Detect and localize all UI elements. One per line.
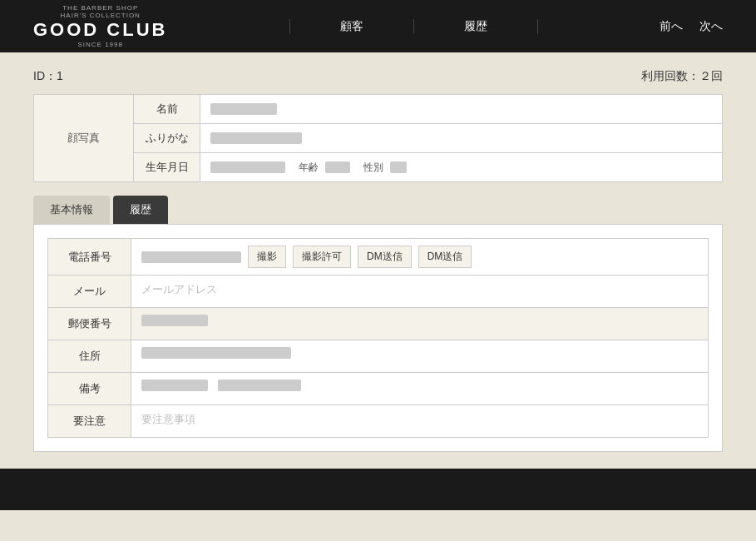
- tab-basic-info[interactable]: 基本情報: [33, 196, 110, 224]
- birthday-row: 生年月日 年齢 性別: [134, 153, 722, 181]
- nav-history[interactable]: 履歴: [414, 19, 538, 34]
- warning-value: 要注意事項: [131, 405, 709, 438]
- memo-label: 備考: [48, 373, 131, 405]
- main-content: ID：1 利用回数：２回 顔写真 名前 ふりがな: [0, 52, 756, 469]
- phone-row-inner: 撮影 撮影許可 DM送信 DM送信: [141, 246, 698, 268]
- nav-customer[interactable]: 顧客: [289, 19, 414, 34]
- footer: [0, 469, 756, 510]
- tabs-row: 基本情報 履歴: [33, 196, 723, 224]
- birthday-blurred: [210, 161, 285, 173]
- name-value: [200, 95, 722, 123]
- phone-blurred: [141, 251, 241, 263]
- warning-label: 要注意: [48, 405, 131, 438]
- customer-id: ID：1: [33, 69, 63, 84]
- furigana-row: ふりがな: [134, 124, 722, 153]
- warning-placeholder: 要注意事項: [141, 413, 195, 425]
- age-label: 年齢: [299, 161, 319, 175]
- tab-history[interactable]: 履歴: [113, 196, 168, 224]
- age-field: 年齢: [299, 161, 350, 175]
- postal-value: [131, 308, 709, 340]
- name-blurred: [210, 103, 277, 115]
- postal-row: 郵便番号: [48, 308, 709, 340]
- birthday-label: 生年月日: [134, 153, 200, 181]
- logo-tagline: THE BARBER SHOP: [62, 4, 138, 12]
- gender-label: 性別: [363, 161, 383, 175]
- warning-row: 要注意 要注意事項: [48, 405, 709, 438]
- furigana-blurred: [210, 132, 302, 144]
- mail-label: メール: [48, 275, 131, 308]
- dm-send-button-2[interactable]: DM送信: [418, 246, 472, 268]
- address-row: 住所: [48, 340, 709, 373]
- detail-table: 電話番号 撮影 撮影許可 DM送信 DM送信 メール メールアドレス: [47, 238, 709, 438]
- mail-placeholder: メールアドレス: [141, 283, 217, 295]
- zip-row: [141, 315, 698, 326]
- furigana-value: [200, 124, 722, 152]
- phone-row: 電話番号 撮影 撮影許可 DM送信 DM送信: [48, 239, 709, 275]
- next-button[interactable]: 次へ: [699, 19, 723, 34]
- address-label: 住所: [48, 340, 131, 373]
- fields-area: 名前 ふりがな 生年月日: [134, 95, 722, 181]
- phone-label: 電話番号: [48, 239, 131, 275]
- gender-blurred: [390, 161, 407, 173]
- address-blurred: [141, 347, 291, 359]
- name-label: 名前: [134, 95, 200, 123]
- logo: THE BARBER SHOP HAIR'S COLLECTION GOOD C…: [33, 4, 167, 48]
- mail-row: メール メールアドレス: [48, 275, 709, 308]
- logo-sub: HAIR'S COLLECTION: [61, 12, 141, 19]
- photo-cell: 顔写真: [34, 95, 134, 181]
- photo-label: 顔写真: [67, 131, 100, 146]
- memo-blurred-1: [141, 380, 208, 391]
- main-nav: 顧客 履歴: [289, 19, 538, 34]
- header: THE BARBER SHOP HAIR'S COLLECTION GOOD C…: [0, 0, 756, 52]
- age-blurred: [325, 161, 350, 173]
- customer-card: 顔写真 名前 ふりがな 生年: [33, 94, 723, 182]
- gender-field: 性別: [363, 161, 407, 175]
- memo-value: [131, 373, 709, 405]
- top-info: ID：1 利用回数：２回: [33, 69, 723, 84]
- zip-blurred: [141, 315, 208, 326]
- logo-since: SINCE 1998: [77, 41, 122, 48]
- memo-row: 備考: [48, 373, 709, 405]
- prev-button[interactable]: 前へ: [660, 19, 683, 34]
- address-value: [131, 340, 709, 373]
- furigana-label: ふりがな: [134, 124, 200, 152]
- dm-send-button-1[interactable]: DM送信: [358, 246, 412, 268]
- name-row: 名前: [134, 95, 722, 124]
- photo-permit-button[interactable]: 撮影許可: [293, 246, 351, 268]
- details-panel: 電話番号 撮影 撮影許可 DM送信 DM送信 メール メールアドレス: [33, 224, 723, 452]
- nav-actions: 前へ 次へ: [660, 19, 723, 34]
- memo-blurred-2: [218, 380, 301, 391]
- logo-main: GOOD CLUB: [33, 19, 167, 41]
- birthday-value-multi: 年齢 性別: [200, 153, 722, 181]
- usage-count: 利用回数：２回: [641, 69, 723, 84]
- photo-button[interactable]: 撮影: [248, 246, 286, 268]
- postal-label: 郵便番号: [48, 308, 131, 340]
- phone-value: 撮影 撮影許可 DM送信 DM送信: [131, 239, 709, 275]
- mail-value: メールアドレス: [131, 275, 709, 308]
